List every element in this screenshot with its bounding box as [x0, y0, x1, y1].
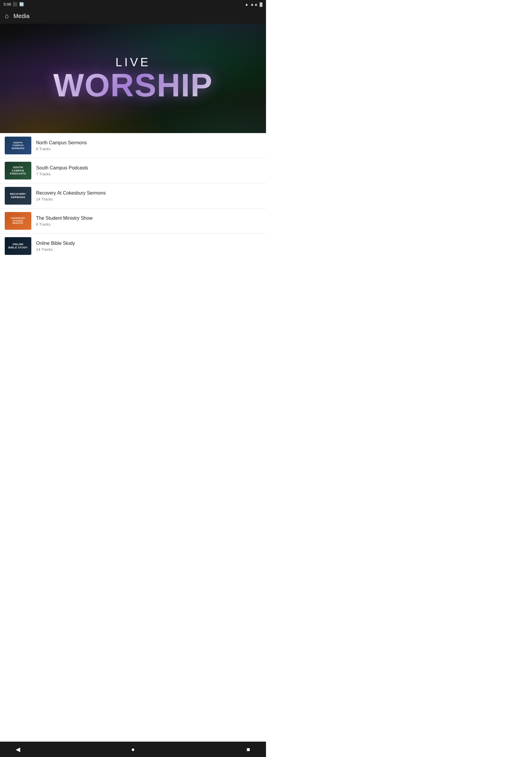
media-title: Online Bible Study [36, 241, 261, 246]
status-left: 5:08 ⬛ 🔄 [4, 2, 24, 7]
status-time: 5:08 [4, 2, 11, 7]
media-info: Recovery At Cokesbury Sermons 14 Tracks [36, 191, 261, 201]
status-icon-1: ⬛ [13, 2, 17, 7]
media-thumbnail: RECOVERYSERMONS [5, 187, 31, 205]
media-list: NORTHCAMPUSSERMONS North Campus Sermons … [0, 133, 266, 258]
media-tracks: 14 Tracks [36, 247, 261, 252]
media-title: Recovery At Cokesbury Sermons [36, 191, 261, 196]
media-title: The Student Ministry Show [36, 216, 261, 221]
media-tracks: 14 Tracks [36, 197, 261, 201]
media-thumbnail: SOUTHCAMPUSPODCASTS [5, 162, 31, 179]
hero-text-container: LIVE WORSHIP [53, 56, 213, 102]
app-bar: ⌂ Media [0, 8, 266, 24]
list-item[interactable]: COKESBURYSTUDENTMINISTRY The Student Min… [0, 208, 266, 234]
media-info: Online Bible Study 14 Tracks [36, 241, 261, 252]
status-bar: 5:08 ⬛ 🔄 ▲ ▲▲ ▓ [0, 0, 266, 8]
hero-worship-text: WORSHIP [53, 67, 213, 103]
media-info: The Student Ministry Show 6 Tracks [36, 216, 261, 227]
list-item[interactable]: ONLINEBIBLE STUDY Online Bible Study 14 … [0, 234, 266, 258]
app-bar-title: Media [13, 13, 29, 19]
media-tracks: 6 Tracks [36, 147, 261, 151]
media-thumbnail: NORTHCAMPUSSERMONS [5, 136, 31, 154]
media-info: North Campus Sermons 6 Tracks [36, 140, 261, 151]
home-icon[interactable]: ⌂ [5, 12, 9, 20]
media-thumbnail: COKESBURYSTUDENTMINISTRY [5, 212, 31, 230]
media-info: South Campus Podcasts 7 Tracks [36, 165, 261, 176]
media-tracks: 6 Tracks [36, 222, 261, 227]
signal-icon: ▲▲ [250, 2, 258, 7]
media-thumbnail: ONLINEBIBLE STUDY [5, 237, 31, 255]
list-item[interactable]: RECOVERYSERMONS Recovery At Cokesbury Se… [0, 183, 266, 208]
list-item[interactable]: NORTHCAMPUSSERMONS North Campus Sermons … [0, 133, 266, 158]
battery-icon: ▓ [260, 2, 262, 7]
hero-banner[interactable]: LIVE WORSHIP [0, 24, 266, 133]
media-tracks: 7 Tracks [36, 172, 261, 176]
media-title: North Campus Sermons [36, 140, 261, 145]
wifi-icon: ▲ [245, 2, 249, 7]
status-right: ▲ ▲▲ ▓ [245, 2, 262, 7]
status-icon-2: 🔄 [19, 2, 24, 7]
media-title: South Campus Podcasts [36, 165, 261, 170]
list-item[interactable]: SOUTHCAMPUSPODCASTS South Campus Podcast… [0, 158, 266, 183]
